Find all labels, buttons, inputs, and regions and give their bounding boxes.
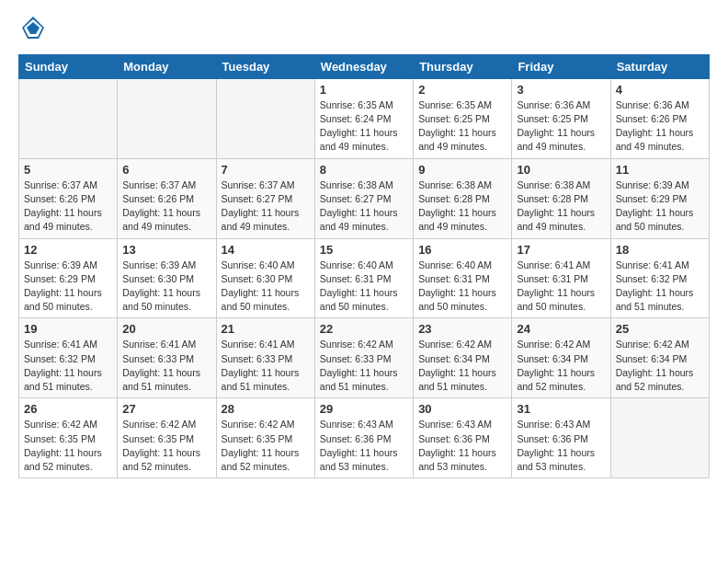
day-info: Sunrise: 6:42 AMSunset: 6:35 PMDaylight:… (222, 418, 310, 474)
day-cell: 8Sunrise: 6:38 AMSunset: 6:27 PMDaylight… (314, 158, 413, 238)
day-cell: 7Sunrise: 6:37 AMSunset: 6:27 PMDaylight… (216, 158, 314, 238)
day-cell (610, 398, 709, 478)
day-number: 17 (517, 243, 605, 257)
day-cell (19, 78, 118, 158)
day-cell: 13Sunrise: 6:39 AMSunset: 6:30 PMDayligh… (118, 238, 216, 318)
day-cell: 23Sunrise: 6:42 AMSunset: 6:34 PMDayligh… (414, 318, 512, 398)
day-info: Sunrise: 6:42 AMSunset: 6:34 PMDaylight:… (616, 338, 704, 394)
day-number: 13 (122, 243, 210, 257)
col-header-tuesday: Tuesday (216, 54, 314, 78)
day-info: Sunrise: 6:40 AMSunset: 6:31 PMDaylight:… (418, 259, 506, 315)
week-row-1: 5Sunrise: 6:37 AMSunset: 6:26 PMDaylight… (19, 158, 710, 238)
day-info: Sunrise: 6:40 AMSunset: 6:31 PMDaylight:… (320, 259, 408, 315)
day-info: Sunrise: 6:40 AMSunset: 6:30 PMDaylight:… (222, 259, 310, 315)
day-info: Sunrise: 6:42 AMSunset: 6:34 PMDaylight:… (418, 338, 506, 394)
day-cell: 4Sunrise: 6:36 AMSunset: 6:26 PMDaylight… (610, 78, 709, 158)
day-cell: 24Sunrise: 6:42 AMSunset: 6:34 PMDayligh… (512, 318, 610, 398)
day-number: 21 (222, 322, 310, 336)
day-info: Sunrise: 6:41 AMSunset: 6:32 PMDaylight:… (616, 259, 704, 315)
day-number: 26 (24, 402, 112, 416)
day-cell: 31Sunrise: 6:43 AMSunset: 6:36 PMDayligh… (512, 398, 610, 478)
day-number: 23 (418, 322, 506, 336)
logo-text (18, 15, 46, 45)
day-number: 9 (418, 163, 506, 177)
day-number: 6 (122, 163, 210, 177)
day-info: Sunrise: 6:38 AMSunset: 6:28 PMDaylight:… (418, 178, 506, 235)
day-info: Sunrise: 6:35 AMSunset: 6:25 PMDaylight:… (418, 98, 506, 155)
day-info: Sunrise: 6:36 AMSunset: 6:25 PMDaylight:… (517, 98, 605, 155)
day-cell: 19Sunrise: 6:41 AMSunset: 6:32 PMDayligh… (19, 318, 118, 398)
day-cell: 16Sunrise: 6:40 AMSunset: 6:31 PMDayligh… (414, 238, 512, 318)
day-number: 15 (320, 243, 408, 257)
day-number: 8 (320, 163, 408, 177)
day-cell: 3Sunrise: 6:36 AMSunset: 6:25 PMDaylight… (512, 78, 610, 158)
col-header-friday: Friday (512, 54, 610, 78)
day-info: Sunrise: 6:35 AMSunset: 6:24 PMDaylight:… (320, 98, 408, 155)
day-info: Sunrise: 6:43 AMSunset: 6:36 PMDaylight:… (418, 418, 506, 474)
day-info: Sunrise: 6:36 AMSunset: 6:26 PMDaylight:… (616, 98, 704, 155)
day-number: 30 (418, 402, 506, 416)
day-cell: 5Sunrise: 6:37 AMSunset: 6:26 PMDaylight… (19, 158, 118, 238)
col-header-monday: Monday (118, 54, 216, 78)
week-row-3: 19Sunrise: 6:41 AMSunset: 6:32 PMDayligh… (19, 318, 710, 398)
logo-icon (20, 15, 46, 40)
day-number: 5 (24, 163, 112, 177)
day-number: 12 (24, 243, 112, 257)
day-number: 2 (418, 83, 506, 97)
page: SundayMondayTuesdayWednesdayThursdayFrid… (0, 0, 728, 488)
day-info: Sunrise: 6:42 AMSunset: 6:35 PMDaylight:… (24, 418, 112, 474)
day-cell: 10Sunrise: 6:38 AMSunset: 6:28 PMDayligh… (512, 158, 610, 238)
day-number: 24 (517, 322, 605, 336)
day-info: Sunrise: 6:42 AMSunset: 6:34 PMDaylight:… (517, 338, 605, 394)
day-cell: 2Sunrise: 6:35 AMSunset: 6:25 PMDaylight… (414, 78, 512, 158)
day-cell: 1Sunrise: 6:35 AMSunset: 6:24 PMDaylight… (314, 78, 413, 158)
day-number: 20 (122, 322, 210, 336)
day-info: Sunrise: 6:37 AMSunset: 6:27 PMDaylight:… (222, 178, 310, 235)
day-cell: 18Sunrise: 6:41 AMSunset: 6:32 PMDayligh… (610, 238, 709, 318)
day-cell: 11Sunrise: 6:39 AMSunset: 6:29 PMDayligh… (610, 158, 709, 238)
day-cell: 26Sunrise: 6:42 AMSunset: 6:35 PMDayligh… (19, 398, 118, 478)
day-number: 3 (517, 83, 605, 97)
day-number: 10 (517, 163, 605, 177)
day-info: Sunrise: 6:37 AMSunset: 6:26 PMDaylight:… (24, 178, 112, 235)
day-cell: 9Sunrise: 6:38 AMSunset: 6:28 PMDaylight… (414, 158, 512, 238)
day-number: 31 (517, 402, 605, 416)
day-number: 14 (222, 243, 310, 257)
day-info: Sunrise: 6:39 AMSunset: 6:29 PMDaylight:… (24, 259, 112, 315)
day-info: Sunrise: 6:41 AMSunset: 6:31 PMDaylight:… (517, 259, 605, 315)
day-cell: 12Sunrise: 6:39 AMSunset: 6:29 PMDayligh… (19, 238, 118, 318)
day-number: 22 (320, 322, 408, 336)
day-cell: 17Sunrise: 6:41 AMSunset: 6:31 PMDayligh… (512, 238, 610, 318)
day-cell: 22Sunrise: 6:42 AMSunset: 6:33 PMDayligh… (314, 318, 413, 398)
col-header-wednesday: Wednesday (314, 54, 413, 78)
day-cell: 29Sunrise: 6:43 AMSunset: 6:36 PMDayligh… (314, 398, 413, 478)
day-number: 29 (320, 402, 408, 416)
day-number: 19 (24, 322, 112, 336)
day-info: Sunrise: 6:43 AMSunset: 6:36 PMDaylight:… (320, 418, 408, 474)
day-cell: 20Sunrise: 6:41 AMSunset: 6:33 PMDayligh… (118, 318, 216, 398)
day-info: Sunrise: 6:41 AMSunset: 6:33 PMDaylight:… (222, 338, 310, 394)
day-number: 7 (222, 163, 310, 177)
week-row-4: 26Sunrise: 6:42 AMSunset: 6:35 PMDayligh… (19, 398, 710, 478)
day-info: Sunrise: 6:39 AMSunset: 6:29 PMDaylight:… (616, 178, 704, 235)
header-row: SundayMondayTuesdayWednesdayThursdayFrid… (19, 54, 710, 78)
col-header-thursday: Thursday (414, 54, 512, 78)
day-number: 25 (616, 322, 704, 336)
logo (18, 15, 46, 45)
day-info: Sunrise: 6:42 AMSunset: 6:33 PMDaylight:… (320, 338, 408, 394)
day-info: Sunrise: 6:39 AMSunset: 6:30 PMDaylight:… (122, 259, 210, 315)
day-info: Sunrise: 6:37 AMSunset: 6:26 PMDaylight:… (122, 178, 210, 235)
day-number: 1 (320, 83, 408, 97)
day-cell: 21Sunrise: 6:41 AMSunset: 6:33 PMDayligh… (216, 318, 314, 398)
calendar-table: SundayMondayTuesdayWednesdayThursdayFrid… (18, 54, 710, 478)
day-cell: 27Sunrise: 6:42 AMSunset: 6:35 PMDayligh… (118, 398, 216, 478)
day-number: 16 (418, 243, 506, 257)
week-row-0: 1Sunrise: 6:35 AMSunset: 6:24 PMDaylight… (19, 78, 710, 158)
day-info: Sunrise: 6:42 AMSunset: 6:35 PMDaylight:… (122, 418, 210, 474)
day-number: 28 (222, 402, 310, 416)
day-cell: 30Sunrise: 6:43 AMSunset: 6:36 PMDayligh… (414, 398, 512, 478)
day-cell: 6Sunrise: 6:37 AMSunset: 6:26 PMDaylight… (118, 158, 216, 238)
day-number: 18 (616, 243, 704, 257)
header (18, 15, 710, 45)
day-info: Sunrise: 6:38 AMSunset: 6:27 PMDaylight:… (320, 178, 408, 235)
